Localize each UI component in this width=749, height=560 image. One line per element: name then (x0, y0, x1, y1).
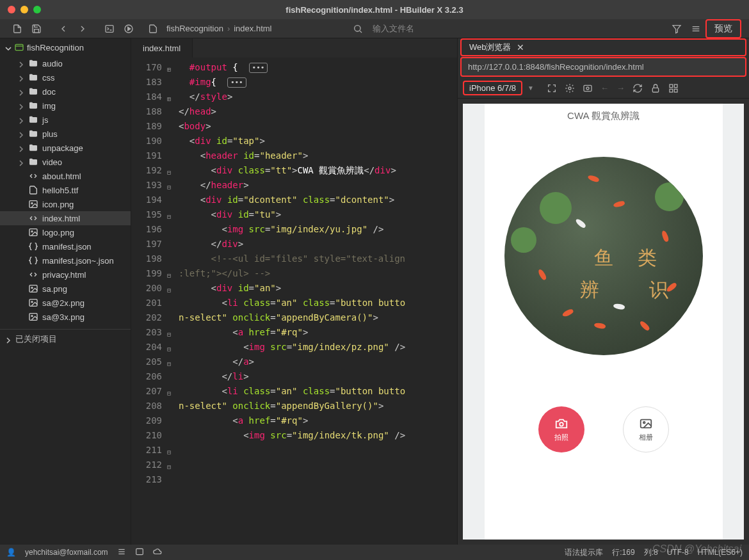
editor-area: index.html 170⊞183184⊞188189190191192⊟19… (131, 38, 457, 545)
terminal-icon[interactable] (100, 21, 119, 36)
nav-forward-icon[interactable] (73, 21, 92, 36)
sidebar-folder[interactable]: plus (0, 127, 131, 141)
status-bar: 👤 yehchitsai@foxmail.com 语法提示库 行:169 列:8… (0, 545, 749, 560)
code-content[interactable]: #output { ••• #img{ ••• </style></head><… (168, 58, 457, 545)
traffic-lights (8, 6, 41, 13)
sidebar-file[interactable]: icon.png (0, 197, 131, 211)
sidebar-file[interactable]: about.html (0, 169, 131, 183)
project-name: fishRecognition (27, 43, 84, 52)
chevron-right-icon: › (227, 24, 230, 33)
svg-rect-26 (674, 89, 677, 92)
editor-body[interactable]: 170⊞183184⊞188189190191192⊟193⊟194195⊟19… (131, 58, 457, 545)
sidebar-folder[interactable]: css (0, 70, 131, 84)
editor-tab-bar: index.html (131, 38, 457, 58)
album-button[interactable]: 相册 (623, 406, 669, 452)
camera-button[interactable]: 拍照 (538, 406, 584, 452)
folder-icon (28, 86, 38, 97)
project-root[interactable]: fishRecognition (0, 38, 131, 56)
save-icon[interactable] (27, 21, 46, 36)
chevron-right-icon (18, 74, 24, 81)
sidebar-file[interactable]: index.html (0, 211, 131, 225)
sidebar-file[interactable]: privacy.html (0, 268, 131, 282)
sidebar-folder[interactable]: video (0, 155, 131, 169)
gear-icon[interactable] (565, 83, 575, 93)
sidebar-file[interactable]: sa@3x.png (0, 310, 131, 324)
preview-tab-bar: Web浏览器 ✕ (460, 38, 746, 56)
sidebar-file[interactable]: logo.png (0, 225, 131, 239)
minimize-window-icon[interactable] (20, 6, 28, 13)
breadcrumb-project[interactable]: fishRecognition (166, 24, 223, 33)
chevron-right-icon (18, 159, 24, 165)
folder-icon (28, 115, 38, 125)
sidebar-file[interactable]: sa@2x.png (0, 296, 131, 310)
status-encoding[interactable]: UTF-8 (667, 548, 689, 557)
folder-icon (28, 157, 38, 167)
closed-projects-section[interactable]: 已关闭项目 (0, 329, 131, 349)
filter-icon[interactable] (667, 21, 686, 36)
preview-button[interactable]: 预览 (705, 19, 741, 38)
sidebar-item-label: css (42, 73, 55, 83)
sidebar-file[interactable]: manifest.json~.json (0, 253, 131, 268)
sidebar-item-label: helloh5.ttf (42, 186, 78, 195)
svg-marker-2 (128, 27, 131, 30)
preview-url-bar[interactable]: http://127.0.0.1:8848/fishRecognition/in… (460, 57, 746, 77)
closed-projects-label: 已关闭项目 (15, 333, 57, 345)
qr-icon[interactable] (668, 83, 679, 93)
camera-icon (553, 417, 570, 431)
sidebar-folder[interactable]: img (0, 99, 131, 113)
preview-tab-label: Web浏览器 (469, 42, 511, 53)
close-icon[interactable]: ✕ (517, 42, 524, 52)
status-user[interactable]: yehchitsai@foxmail.com (25, 548, 108, 557)
screenshot-icon[interactable] (583, 83, 593, 93)
sidebar-file[interactable]: helloh5.ttf (0, 183, 131, 197)
sidebar-folder[interactable]: doc (0, 84, 131, 99)
sidebar-folder[interactable]: js (0, 113, 131, 127)
search-icon[interactable] (348, 21, 367, 36)
chevron-down-icon[interactable]: ▼ (528, 84, 534, 92)
status-lang[interactable]: HTML(ES6+) (698, 548, 743, 557)
nav-forward-icon[interactable]: → (616, 83, 625, 93)
nav-back-icon[interactable]: ← (600, 83, 609, 93)
status-col[interactable]: 列:8 (644, 547, 658, 558)
pond-char-2: 类 (638, 245, 657, 271)
file-icon (28, 213, 38, 223)
line-gutter: 170⊞183184⊞188189190191192⊟193⊟194195⊟19… (131, 58, 168, 545)
sidebar-folder[interactable]: unpackage (0, 141, 131, 155)
file-icon (28, 255, 38, 266)
maximize-window-icon[interactable] (33, 6, 41, 13)
editor-tab[interactable]: index.html (131, 38, 193, 58)
close-window-icon[interactable] (8, 6, 15, 13)
sidebar-file[interactable]: manifest.json (0, 239, 131, 253)
status-syntax[interactable]: 语法提示库 (565, 547, 603, 558)
search-input[interactable] (373, 24, 539, 33)
sidebar-item-label: plus (42, 129, 58, 139)
folder-icon (28, 129, 38, 139)
svg-rect-24 (674, 84, 677, 88)
phone-screen: CWA 觀賞魚辨識 鱼 类 辨 (485, 104, 723, 540)
file-icon (28, 171, 38, 181)
file-icon (28, 284, 38, 294)
svg-rect-25 (670, 89, 673, 92)
sidebar-file[interactable]: sa.png (0, 282, 131, 296)
refresh-icon[interactable] (632, 83, 643, 93)
sidebar-folder[interactable]: audio (0, 56, 131, 70)
lock-icon[interactable] (650, 83, 661, 93)
run-icon[interactable] (119, 21, 138, 36)
preview-panel: Web浏览器 ✕ http://127.0.0.1:8848/fishRecog… (457, 38, 749, 545)
sidebar-item-label: img (42, 101, 56, 111)
new-file-icon[interactable] (8, 21, 27, 36)
fullscreen-icon[interactable] (547, 83, 557, 93)
sidebar-item-label: privacy.html (42, 270, 86, 280)
fish-icon (613, 200, 625, 208)
menu-icon[interactable] (686, 21, 705, 36)
preview-tab[interactable]: Web浏览器 ✕ (465, 40, 528, 54)
project-icon (14, 42, 24, 52)
chevron-right-icon (18, 131, 24, 137)
device-selector[interactable]: iPhone 6/7/8 (463, 81, 522, 95)
outline-icon[interactable] (117, 547, 126, 558)
terminal-icon[interactable] (135, 547, 144, 558)
cloud-icon[interactable] (153, 547, 162, 558)
nav-back-icon[interactable] (54, 21, 73, 36)
status-line[interactable]: 行:169 (612, 547, 634, 558)
breadcrumb-file[interactable]: index.html (234, 24, 271, 33)
